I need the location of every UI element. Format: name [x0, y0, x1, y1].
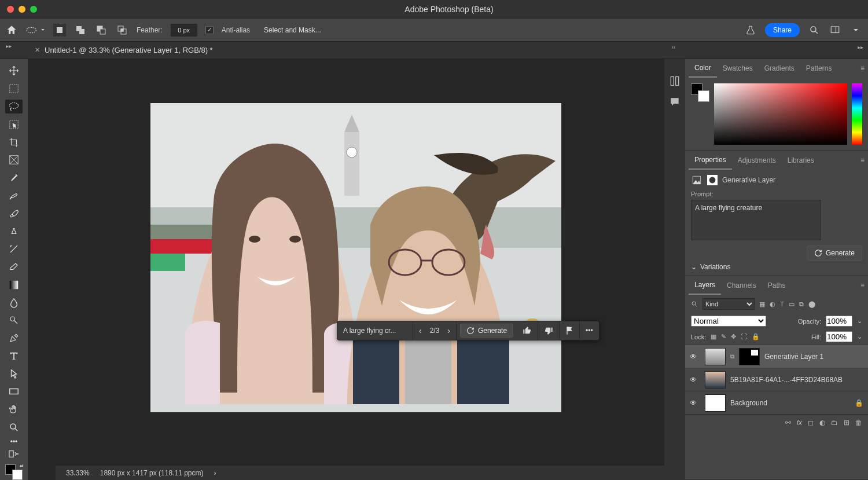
chevron-down-icon[interactable]: ⌄ — [857, 317, 862, 325]
layer-name[interactable]: Background — [730, 399, 767, 407]
object-select-tool-icon[interactable] — [5, 117, 23, 131]
doc-info-chevron-icon[interactable]: › — [214, 469, 216, 477]
new-selection-icon[interactable] — [53, 24, 66, 36]
collapse-right-dock-icon[interactable]: ▸▸ — [858, 44, 863, 50]
feather-input[interactable] — [171, 24, 197, 36]
brush-settings-icon[interactable] — [669, 75, 681, 87]
filter-type-icon[interactable]: T — [780, 301, 784, 308]
frame-tool-icon[interactable] — [5, 153, 23, 167]
visibility-icon[interactable]: 👁 — [690, 376, 700, 384]
layer-thumbnail[interactable] — [705, 348, 726, 365]
collapse-dock-icon[interactable]: ‹‹ — [672, 44, 676, 50]
layer-mask-thumbnail[interactable] — [739, 348, 760, 365]
healing-brush-tool-icon[interactable] — [5, 188, 23, 203]
crop-tool-icon[interactable] — [5, 135, 23, 149]
lock-icon[interactable]: 🔒 — [855, 399, 863, 407]
beaker-icon[interactable] — [744, 24, 757, 36]
tab-patterns[interactable]: Patterns — [800, 59, 838, 78]
flag-icon[interactable] — [560, 321, 580, 340]
color-fgbg-swatch[interactable] — [691, 83, 709, 102]
home-icon[interactable] — [6, 24, 17, 36]
swap-colors-icon[interactable]: ⇄ — [20, 463, 24, 468]
brush-tool-icon[interactable] — [5, 206, 23, 221]
delete-layer-icon[interactable]: 🗑 — [855, 419, 862, 427]
prev-variation-icon[interactable]: ‹ — [419, 326, 422, 335]
hand-tool-icon[interactable] — [5, 402, 23, 417]
generate-button[interactable]: Generate — [807, 246, 862, 261]
filter-shape-icon[interactable]: ▭ — [789, 301, 795, 308]
lock-transparency-icon[interactable]: ▦ — [711, 333, 716, 340]
workspace-switcher-icon[interactable] — [829, 24, 841, 36]
panel-menu-icon[interactable]: ≡ — [860, 156, 865, 164]
filter-toggle-icon[interactable]: ⬤ — [808, 301, 815, 308]
subtract-from-selection-icon[interactable] — [95, 24, 108, 36]
lock-all-icon[interactable]: 🔒 — [752, 333, 760, 340]
visibility-icon[interactable]: 👁 — [690, 353, 700, 361]
layer-item[interactable]: 👁 5B19A81F-64A1-...-4FF3D24B68AB — [685, 368, 868, 391]
search-icon[interactable] — [808, 24, 821, 36]
next-variation-icon[interactable]: › — [447, 326, 450, 335]
doc-info[interactable]: 1890 px x 1417 px (118.11 ppcm) — [100, 469, 204, 477]
layer-thumbnail[interactable] — [705, 394, 726, 412]
tab-channels[interactable]: Channels — [721, 276, 762, 295]
blur-tool-icon[interactable] — [5, 295, 23, 310]
rectangle-tool-icon[interactable] — [5, 384, 23, 399]
history-brush-tool-icon[interactable] — [5, 242, 23, 257]
clone-stamp-tool-icon[interactable] — [5, 224, 23, 239]
layer-style-icon[interactable]: fx — [797, 419, 802, 427]
anti-alias-checkbox[interactable]: ✓ — [205, 26, 214, 34]
comments-icon[interactable] — [669, 96, 681, 108]
zoom-tool-icon[interactable] — [5, 420, 23, 435]
document-canvas[interactable] — [150, 103, 561, 412]
layer-item[interactable]: 👁 ⧉ Generative Layer 1 — [685, 345, 868, 368]
lasso-tool-icon[interactable] — [5, 100, 23, 114]
tab-paths[interactable]: Paths — [762, 276, 792, 295]
close-tab-icon[interactable]: ✕ — [35, 46, 40, 54]
panel-menu-icon[interactable]: ≡ — [860, 281, 865, 290]
tab-color[interactable]: Color — [689, 59, 717, 78]
opacity-input[interactable] — [826, 316, 852, 327]
hue-slider[interactable] — [852, 83, 862, 145]
background-color[interactable] — [12, 470, 23, 480]
prompt-textarea[interactable]: A large flying creature — [691, 200, 821, 240]
contextual-task-bar[interactable]: A large flying cr... ‹ 2/3 › Generate ••… — [337, 321, 599, 340]
edit-toolbar-icon[interactable] — [5, 449, 23, 459]
link-icon[interactable]: ⧉ — [730, 353, 734, 360]
blend-mode-select[interactable]: Normal — [691, 316, 766, 327]
fill-input[interactable] — [826, 331, 852, 342]
chevron-down-icon[interactable]: ⌄ — [857, 333, 862, 340]
select-and-mask-button[interactable]: Select and Mask... — [258, 24, 327, 36]
more-options-icon[interactable]: ••• — [580, 321, 599, 340]
thumbs-up-icon[interactable] — [517, 321, 538, 340]
filter-pixel-icon[interactable]: ▦ — [759, 301, 765, 308]
tab-properties[interactable]: Properties — [689, 151, 732, 170]
new-group-icon[interactable]: 🗀 — [831, 419, 838, 427]
dodge-tool-icon[interactable] — [5, 313, 23, 328]
maximize-window-icon[interactable] — [30, 6, 37, 13]
path-select-tool-icon[interactable] — [5, 367, 23, 381]
generate-button[interactable]: Generate — [460, 324, 513, 338]
collapse-panels-icon[interactable]: ▸▸ — [6, 43, 12, 49]
variations-section[interactable]: ⌄ Variations — [691, 263, 862, 271]
chevron-down-icon[interactable]: ⌄ — [691, 263, 697, 271]
tab-layers[interactable]: Layers — [689, 276, 721, 295]
layer-item[interactable]: 👁 Background 🔒 — [685, 391, 868, 414]
add-mask-icon[interactable]: ◻ — [808, 419, 814, 427]
pen-tool-icon[interactable] — [5, 331, 23, 346]
tool-preset-dropdown[interactable] — [25, 25, 45, 35]
tab-adjustments[interactable]: Adjustments — [732, 151, 782, 170]
filter-smart-icon[interactable]: ⧉ — [799, 301, 804, 308]
link-layers-icon[interactable]: ⚯ — [785, 419, 791, 427]
filter-kind-select[interactable]: Kind — [703, 298, 755, 310]
panel-menu-icon[interactable]: ≡ — [860, 64, 865, 72]
thumbs-down-icon[interactable] — [538, 321, 560, 340]
lock-pixels-icon[interactable]: ✎ — [721, 333, 726, 340]
more-tools-icon[interactable]: ••• — [5, 438, 23, 446]
color-field[interactable] — [714, 83, 847, 145]
layer-name[interactable]: Generative Layer 1 — [764, 353, 823, 361]
foreground-background-swatch[interactable]: ⇄ — [5, 464, 23, 480]
eyedropper-tool-icon[interactable] — [5, 171, 23, 185]
new-layer-icon[interactable]: ⊞ — [844, 419, 849, 427]
canvas-area[interactable]: A large flying cr... ‹ 2/3 › Generate ••… — [28, 59, 664, 480]
share-button[interactable]: Share — [765, 23, 800, 37]
